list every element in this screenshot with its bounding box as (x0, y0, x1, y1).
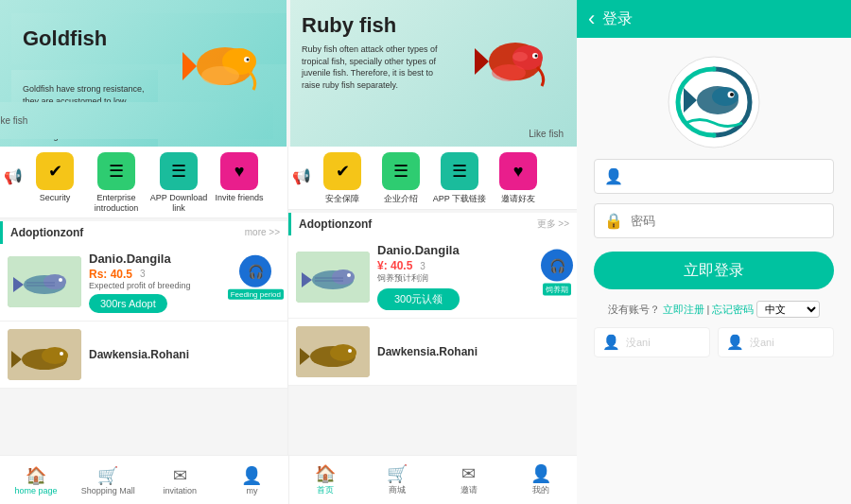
app-download-icon: ☰ (160, 152, 198, 190)
dual-column: 📢 ✔ Security ☰ Enterprise introduction ☰… (0, 147, 577, 504)
security-label-cn: 安全保障 (325, 193, 359, 205)
nav-left: 🏠 home page 🛒 Shopping Mall ✉ invitation… (0, 456, 289, 504)
invite-icon-cn: ♥ (499, 152, 537, 190)
danio-illustration-2 (296, 252, 370, 303)
ruby-banner[interactable]: Ruby fish Ruby fish often attack other t… (290, 0, 577, 147)
feeding-label-2: 饲养期 (543, 283, 571, 295)
nav-invitation[interactable]: ✉ invitation (144, 456, 216, 504)
feeding-label-1: Feeding period (228, 289, 284, 300)
invite-label-cn: 邀请好友 (501, 193, 535, 205)
menu-item-security-cn[interactable]: ✔ 安全保障 (315, 152, 370, 205)
section-header-right: Adoptionzonf 更多 >> (288, 213, 577, 235)
security-icon-cn: ✔ (323, 152, 361, 190)
menu-item-enterprise[interactable]: ☰ Enterprise introduction (87, 152, 146, 214)
goldfish-banner[interactable]: Goldfish Goldfish have strong resistance… (0, 0, 287, 147)
svg-point-4 (247, 59, 250, 61)
nav-home-cn[interactable]: 🏠 首页 (289, 456, 361, 504)
fish-count-1: 3 (140, 269, 146, 279)
nav-mall-label: 商城 (389, 484, 406, 496)
dawkensia-illustration-2 (296, 326, 370, 377)
register-link[interactable]: 立即注册 (663, 303, 704, 317)
fish-item-1: Danio.Dangila Rs: 40.5 3 Expected profit… (0, 244, 287, 322)
fish-price-1: Rs: 40.5 (89, 268, 132, 281)
right-column: 📢 ✔ 安全保障 ☰ 企业介绍 ☰ APP 下载链接 ♥ (288, 147, 577, 504)
headset-badge-1[interactable]: 🎧 (239, 255, 271, 287)
adopt-button-2[interactable]: 300元认领 (377, 288, 460, 310)
nav-invite-cn[interactable]: ✉ 邀请 (433, 456, 505, 504)
nav-home[interactable]: 🏠 home page (0, 456, 72, 504)
login-footer: 没有账号？ 立即注册 | 忘记密码 中文 English (594, 301, 834, 318)
security-icon: ✔ (36, 152, 74, 190)
banner-section: Goldfish Goldfish have strong resistance… (0, 0, 577, 147)
nav-right: 🏠 首页 🛒 商城 ✉ 邀请 👤 我的 (289, 456, 578, 504)
menu-item-invite-cn[interactable]: ♥ 邀请好友 (491, 152, 546, 205)
svg-point-24 (60, 352, 63, 356)
menu-item-security[interactable]: ✔ Security (26, 152, 83, 214)
invitation-icon: ✉ (173, 465, 187, 486)
menu-item-app-download[interactable]: ☰ APP Download link (149, 152, 208, 214)
headset-area-2: 🎧 饲养期 (541, 249, 573, 295)
svg-point-36 (348, 349, 352, 353)
enterprise-icon: ☰ (97, 152, 135, 190)
svg-point-34 (330, 344, 356, 361)
password-row: 🔒 (594, 203, 834, 238)
password-input[interactable] (631, 214, 824, 228)
menu-item-invite[interactable]: ♥ Invite friends (212, 152, 267, 214)
fish-thumb-2 (296, 252, 370, 303)
icon-menu-left: 📢 ✔ Security ☰ Enterprise introduction ☰… (0, 147, 287, 218)
adopt-button-1[interactable]: 300rs Adopt (89, 294, 167, 313)
goldfish-illustration (173, 14, 277, 109)
nav-shopping[interactable]: 🛒 Shopping Mall (72, 456, 144, 504)
fish-name-4: Dawkensia.Rohani (377, 345, 569, 358)
ruby-like[interactable]: Like fish (529, 129, 564, 139)
fish-info-4: Dawkensia.Rohani (377, 345, 569, 358)
headset-badge-2[interactable]: 🎧 (541, 249, 573, 281)
section-header-left: Adoptionzonf more >> (0, 221, 287, 244)
dropdown-box-1[interactable]: 👤 没ani (594, 327, 710, 357)
nav-home-cn-label: 首页 (317, 484, 334, 496)
svg-point-29 (347, 273, 351, 277)
fish-item-2: Danio.Dangila ¥: 40.5 3 饲养预计利润 300元认领 🎧 … (288, 235, 577, 319)
svg-point-22 (42, 347, 68, 364)
username-row: 👤 (594, 159, 834, 194)
nav-shopping-label: Shopping Mall (81, 486, 135, 495)
username-input[interactable] (631, 169, 824, 183)
dropdown-text-2: 没ani (750, 336, 774, 350)
fish-info-3: Dawkensia.Rohani (89, 348, 280, 361)
icon-menu-right: 📢 ✔ 安全保障 ☰ 企业介绍 ☰ APP 下载链接 ♥ (288, 147, 577, 210)
danio-illustration-1 (8, 256, 81, 307)
svg-point-27 (332, 269, 355, 285)
nav-mine-cn-label: 我的 (532, 484, 549, 496)
menu-item-enterprise-cn[interactable]: ☰ 企业介绍 (373, 152, 428, 205)
nav-invitation-label: invitation (164, 486, 198, 495)
fish-item-3: Dawkensia.Rohani (0, 322, 287, 389)
more-link-right[interactable]: 更多 >> (537, 217, 569, 231)
svg-point-15 (43, 274, 66, 289)
shopping-icon: 🛒 (97, 465, 118, 486)
user-field-icon: 👤 (604, 167, 623, 185)
language-select[interactable]: 中文 English (756, 301, 820, 318)
more-link-left[interactable]: more >> (245, 227, 280, 237)
invite-label: Invite friends (215, 193, 263, 202)
left-panel: Goldfish Goldfish have strong resistance… (0, 0, 577, 504)
section-title-right: Adoptionzonf (299, 217, 372, 231)
svg-point-10 (535, 55, 538, 58)
login-button[interactable]: 立即登录 (594, 252, 834, 289)
back-arrow[interactable]: ‹ (588, 7, 595, 31)
nav-my[interactable]: 👤 my (216, 456, 287, 504)
fish-count-2: 3 (420, 261, 426, 271)
dropdown-user-icon-1: 👤 (602, 334, 620, 351)
home-icon-cn: 🏠 (315, 463, 336, 484)
nav-mine-cn[interactable]: 👤 我的 (505, 456, 577, 504)
security-label: Security (40, 193, 71, 202)
forgot-link[interactable]: 忘记密码 (712, 303, 754, 317)
enterprise-icon-cn: ☰ (382, 152, 420, 190)
menu-item-app-cn[interactable]: ☰ APP 下载链接 (432, 152, 487, 205)
svg-marker-8 (475, 48, 489, 75)
mine-cn-icon: 👤 (530, 463, 551, 484)
dropdown-box-2[interactable]: 👤 没ani (718, 327, 834, 357)
app-download-label: APP Download link (149, 193, 208, 214)
fish-thumb-3 (8, 329, 81, 380)
speaker-icon-right: 📢 (292, 167, 311, 185)
nav-mall[interactable]: 🛒 商城 (361, 456, 433, 504)
